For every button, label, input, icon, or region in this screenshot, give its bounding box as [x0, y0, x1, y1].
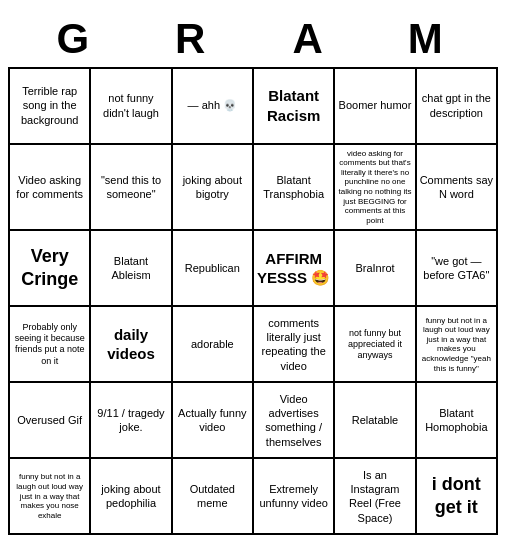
bingo-cell: not funny but appreciated it anyways: [335, 307, 416, 383]
bingo-cell: Very Cringe: [10, 231, 91, 307]
bingo-cell: funny but not in a laugh out loud way ju…: [417, 307, 498, 383]
bingo-cell: Video asking for comments: [10, 145, 91, 232]
bingo-cell: comments literally just repeating the vi…: [254, 307, 335, 383]
bingo-cell: "we got — before GTA6": [417, 231, 498, 307]
bingo-cell: adorable: [173, 307, 254, 383]
bingo-cell: Comments say N word: [417, 145, 498, 232]
bingo-cell: funny but not in a laugh out loud way ju…: [10, 459, 91, 535]
title-letter: M: [371, 15, 489, 63]
bingo-cell: i dont get it: [417, 459, 498, 535]
bingo-cell: Extremely unfunny video: [254, 459, 335, 535]
bingo-cell: Video advertises something / themselves: [254, 383, 335, 459]
title-letter: A: [253, 15, 371, 63]
bingo-grid: Terrible rap song in the backgroundnot f…: [8, 67, 498, 536]
title-letter: R: [136, 15, 254, 63]
bingo-cell: joking about pedophilia: [91, 459, 172, 535]
bingo-cell: Actually funny video: [173, 383, 254, 459]
bingo-cell: Probably only seeing it because friends …: [10, 307, 91, 383]
bingo-cell: video asking for comments but that's lit…: [335, 145, 416, 232]
bingo-cell: Republican: [173, 231, 254, 307]
bingo-cell: AFFIRM YESSS 🤩: [254, 231, 335, 307]
bingo-cell: Terrible rap song in the background: [10, 69, 91, 145]
bingo-cell: daily videos: [91, 307, 172, 383]
bingo-cell: BraInrot: [335, 231, 416, 307]
bingo-cell: Outdated meme: [173, 459, 254, 535]
bingo-cell: Is an Instagram Reel (Free Space): [335, 459, 416, 535]
bingo-cell: Blatant Homophobia: [417, 383, 498, 459]
bingo-cell: Blatant Racism: [254, 69, 335, 145]
title-letter: G: [18, 15, 136, 63]
bingo-cell: Blatant Ableism: [91, 231, 172, 307]
bingo-card: GRAM Terrible rap song in the background…: [0, 1, 506, 544]
bingo-cell: Boomer humor: [335, 69, 416, 145]
bingo-cell: Relatable: [335, 383, 416, 459]
bingo-cell: "send this to someone": [91, 145, 172, 232]
bingo-cell: not funny didn't laugh: [91, 69, 172, 145]
bingo-cell: — ahh 💀: [173, 69, 254, 145]
bingo-cell: joking about bigotry: [173, 145, 254, 232]
bingo-title: GRAM: [8, 9, 498, 67]
bingo-cell: Blatant Transphobia: [254, 145, 335, 232]
bingo-cell: Overused Gif: [10, 383, 91, 459]
bingo-cell: chat gpt in the description: [417, 69, 498, 145]
bingo-cell: 9/11 / tragedy joke.: [91, 383, 172, 459]
